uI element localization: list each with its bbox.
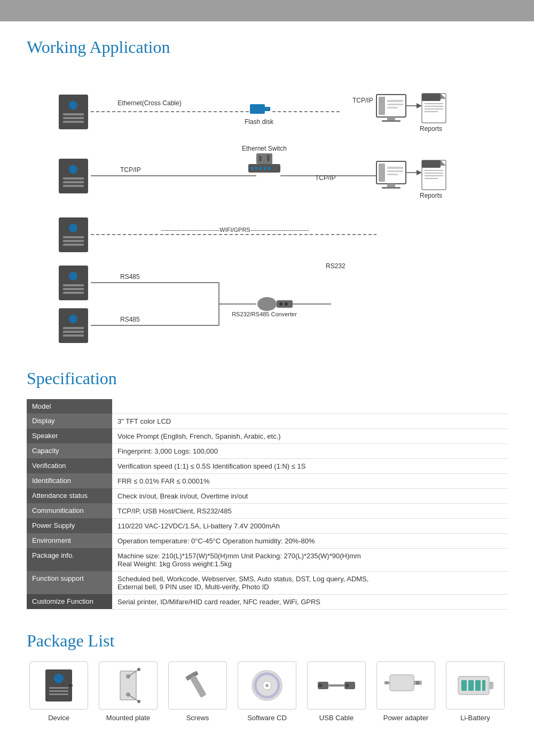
rs485-label-row3-2: RS485 [120,316,140,323]
package-list-section: Package List Device Mounted plate Screws [27,631,507,722]
device-row2-2 [59,217,88,252]
svg-rect-12 [387,104,403,105]
package-item: Li-Battery [443,661,507,722]
svg-point-69 [54,674,64,683]
svg-rect-17 [425,103,443,104]
svg-rect-105 [475,680,481,691]
svg-rect-21 [59,159,88,193]
package-item: Power adapter [374,661,438,722]
svg-rect-3 [63,117,84,119]
flashdisk-label: Flash disk [245,118,274,126]
svg-rect-53 [425,178,438,179]
spec-row: CommuniticationTCP/IP, USB Host/Client, … [27,503,507,518]
package-label: Device [48,714,69,722]
spec-row: Package info.Machine size: 210(L)*157(W)… [27,548,507,571]
package-item: USB Cable [304,661,368,722]
working-application-title: Working Application [27,37,507,57]
package-icon-box [99,661,158,710]
spec-row: Customize FunctionSerial printer, ID/Mif… [27,594,507,609]
svg-rect-103 [461,680,467,691]
device-row3-1 [59,266,88,300]
svg-rect-54 [59,266,88,300]
network-diagram: Ethernet(Cross Cable) Flash disk TCP/IP [27,68,507,346]
svg-rect-51 [425,173,443,174]
svg-rect-72 [49,693,68,695]
spec-row: Model [27,399,507,414]
main-content: Working Application Ethernet(Cr [0,21,534,738]
converter-icon [257,297,293,311]
spec-value-cell: FRR ≤ 0.01% FAR ≤ 0.0001% [112,473,507,488]
svg-point-67 [285,302,288,306]
reports-label-row2: Reports [420,192,442,199]
svg-rect-2 [63,113,84,115]
svg-point-79 [137,668,140,671]
package-icon-box [29,661,88,710]
svg-rect-50 [425,170,443,171]
svg-point-74 [68,684,72,687]
svg-rect-19 [425,108,443,110]
spec-table: ModelDisplay3" TFT color LCDSpeakerVoice… [27,399,507,610]
svg-rect-104 [468,680,474,691]
package-icon-box [238,661,296,710]
svg-rect-38 [259,156,262,161]
svg-point-89 [265,684,269,687]
spec-label-cell: Model [27,399,112,414]
reports-icon-row2 [422,160,446,190]
svg-rect-15 [422,93,441,101]
spec-value-cell: Operation temperature: 0°C-45°C Operatio… [112,533,507,548]
flash-disk-icon [250,104,270,114]
svg-rect-10 [379,97,385,115]
svg-rect-48 [422,160,441,168]
package-icon-box [307,661,366,710]
spec-value-cell: Check in/out, Break in/out, Overtime in/… [112,488,507,503]
computer-icon-row2 [376,161,406,189]
spec-label-cell: Communitication [27,503,112,518]
arrowhead-row2 [417,170,422,175]
svg-rect-58 [63,292,84,294]
svg-rect-44 [387,167,403,169]
top-bar [0,0,534,21]
svg-rect-52 [425,175,443,176]
spec-label-cell: Power Supply [27,518,112,533]
package-item: Software CD [235,661,299,722]
spec-row: EnvironmentOperation temperature: 0°C-45… [27,533,507,548]
package-item: Device [27,661,91,722]
svg-point-1 [69,101,77,110]
ethernet-switch-label: Ethernet Switch [242,145,287,152]
svg-rect-100 [384,681,389,684]
spec-label-cell: Speaker [27,428,112,443]
svg-rect-32 [251,167,253,170]
spec-label-cell: Attendance status [27,488,112,503]
rs232-label: RS232 [326,262,345,270]
svg-point-64 [257,297,277,311]
spec-row: CapacityFingerprint: 3,000 Logs: 100,000 [27,443,507,458]
package-label: Li-Battery [460,714,490,722]
rs485-label-row3-1: RS485 [120,273,140,280]
svg-point-55 [69,272,77,280]
svg-rect-70 [49,687,68,689]
device-row1 [59,95,88,129]
svg-rect-29 [63,240,84,242]
svg-rect-63 [63,334,84,337]
svg-rect-11 [387,100,403,102]
package-label: USB Cable [319,714,354,722]
spec-label-cell: Environment [27,533,112,548]
package-item: Screws [166,661,230,722]
svg-point-81 [137,700,140,703]
svg-rect-0 [59,95,88,129]
specification-title: Specification [27,369,507,388]
svg-rect-26 [59,217,88,252]
computer-icon-row1 [376,95,406,122]
spec-row: SpeakerVoice Prompt (English, French, Sp… [27,428,507,443]
arrowhead-row1 [417,103,422,108]
ethernet-switch-icon [248,153,280,173]
svg-rect-71 [49,690,68,692]
spec-row: Power Supply110/220 VAC-12VDC/1.5A, Li-b… [27,518,507,533]
package-label: Software CD [247,714,287,722]
spec-row: VerificationVerification speed (1:1) ≤ 0… [27,458,507,473]
package-item: Mounted plate [96,661,160,722]
spec-value-cell [112,399,507,414]
svg-rect-8 [387,117,395,120]
spec-value-cell: Voice Prompt (English, French, Spanish, … [112,428,507,443]
ethernet-label: Ethernet(Cross Cable) [117,99,181,107]
